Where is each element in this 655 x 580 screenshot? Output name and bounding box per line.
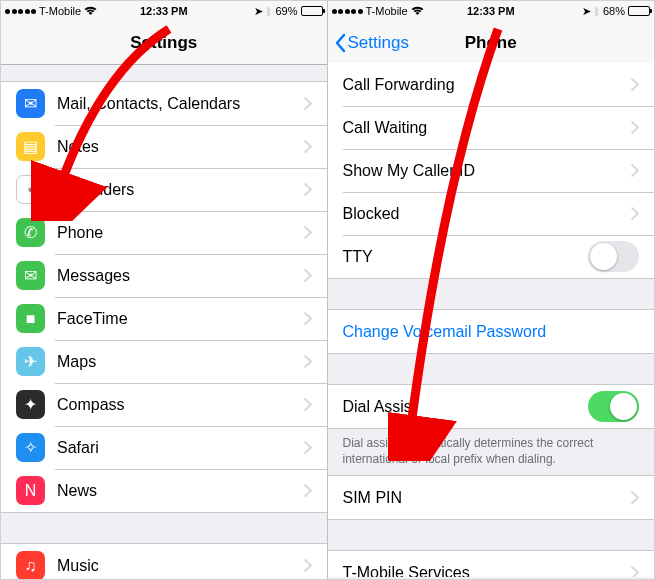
row-label: Show My Caller ID bbox=[343, 162, 632, 180]
row-call-waiting[interactable]: Call Waiting bbox=[328, 106, 655, 149]
chevron-right-icon bbox=[304, 559, 312, 572]
row-label: Notes bbox=[57, 138, 304, 156]
page-title: Settings bbox=[130, 33, 197, 53]
row-label: Reminders bbox=[57, 181, 304, 199]
back-label: Settings bbox=[348, 33, 409, 53]
chevron-left-icon bbox=[334, 33, 346, 53]
settings-screen: T-Mobile 12:33 PM ➤ ᛒ 69% Settings ✉Mail… bbox=[1, 1, 328, 579]
battery-pct: 68% bbox=[603, 5, 625, 17]
row-t-mobile-services[interactable]: T-Mobile Services bbox=[328, 551, 655, 577]
location-icon: ➤ bbox=[254, 5, 263, 18]
chevron-right-icon bbox=[304, 441, 312, 454]
row-change-voicemail-password[interactable]: Change Voicemail Password bbox=[328, 310, 655, 353]
chevron-right-icon bbox=[631, 164, 639, 177]
chevron-right-icon bbox=[304, 140, 312, 153]
row-tty[interactable]: TTY bbox=[328, 235, 655, 278]
clock: 12:33 PM bbox=[140, 5, 188, 17]
row-label: Safari bbox=[57, 439, 304, 457]
phone-settings-screen: T-Mobile 12:33 PM ➤ ᛒ 68% Settings Phone… bbox=[328, 1, 655, 579]
row-sim-pin[interactable]: SIM PIN bbox=[328, 476, 655, 519]
row-dial-assist[interactable]: Dial Assist bbox=[328, 385, 655, 428]
chevron-right-icon bbox=[304, 183, 312, 196]
nav-bar: Settings Phone bbox=[328, 21, 655, 65]
battery-icon bbox=[301, 6, 323, 16]
row-facetime[interactable]: ■FaceTime bbox=[1, 297, 327, 340]
chevron-right-icon bbox=[304, 312, 312, 325]
music-icon: ♫ bbox=[16, 551, 45, 579]
row-notes[interactable]: ▤Notes bbox=[1, 125, 327, 168]
signal-dots-icon bbox=[5, 9, 36, 14]
row-label: Compass bbox=[57, 396, 304, 414]
mail-contacts-calendars-icon: ✉ bbox=[16, 89, 45, 118]
back-button[interactable]: Settings bbox=[334, 33, 409, 53]
row-label: TTY bbox=[343, 248, 589, 266]
row-label: T-Mobile Services bbox=[343, 564, 632, 577]
row-phone[interactable]: ✆Phone bbox=[1, 211, 327, 254]
row-label: Change Voicemail Password bbox=[343, 323, 640, 341]
compass-icon: ✦ bbox=[16, 390, 45, 419]
bluetooth-icon: ᛒ bbox=[594, 6, 600, 17]
chevron-right-icon bbox=[631, 491, 639, 504]
chevron-right-icon bbox=[304, 269, 312, 282]
row-music[interactable]: ♫Music bbox=[1, 544, 327, 579]
row-blocked[interactable]: Blocked bbox=[328, 192, 655, 235]
row-label: Mail, Contacts, Calendars bbox=[57, 95, 304, 113]
row-call-forwarding[interactable]: Call Forwarding bbox=[328, 63, 655, 106]
status-bar: T-Mobile 12:33 PM ➤ ᛒ 69% bbox=[1, 1, 327, 21]
maps-icon: ✈ bbox=[16, 347, 45, 376]
row-safari[interactable]: ✧Safari bbox=[1, 426, 327, 469]
carrier-label: T-Mobile bbox=[366, 5, 408, 17]
row-compass[interactable]: ✦Compass bbox=[1, 383, 327, 426]
battery-pct: 69% bbox=[275, 5, 297, 17]
row-label: Blocked bbox=[343, 205, 632, 223]
row-show-my-caller-id[interactable]: Show My Caller ID bbox=[328, 149, 655, 192]
dial-assist-footer: Dial assist automatically determines the… bbox=[328, 429, 655, 475]
nav-bar: Settings bbox=[1, 21, 327, 65]
chevron-right-icon bbox=[304, 398, 312, 411]
chevron-right-icon bbox=[631, 207, 639, 220]
clock: 12:33 PM bbox=[467, 5, 515, 17]
chevron-right-icon bbox=[304, 226, 312, 239]
row-reminders[interactable]: •Reminders bbox=[1, 168, 327, 211]
chevron-right-icon bbox=[631, 78, 639, 91]
wifi-icon bbox=[411, 6, 424, 16]
messages-icon: ✉ bbox=[16, 261, 45, 290]
news-icon: N bbox=[16, 476, 45, 505]
location-icon: ➤ bbox=[582, 5, 591, 18]
battery-icon bbox=[628, 6, 650, 16]
row-mail-contacts-calendars[interactable]: ✉Mail, Contacts, Calendars bbox=[1, 82, 327, 125]
chevron-right-icon bbox=[304, 97, 312, 110]
chevron-right-icon bbox=[631, 121, 639, 134]
row-label: Call Forwarding bbox=[343, 76, 632, 94]
row-label: Dial Assist bbox=[343, 398, 589, 416]
reminders-icon: • bbox=[16, 175, 45, 204]
wifi-icon bbox=[84, 6, 97, 16]
row-label: Call Waiting bbox=[343, 119, 632, 137]
chevron-right-icon bbox=[304, 484, 312, 497]
signal-dots-icon bbox=[332, 9, 363, 14]
dial-assist-switch[interactable] bbox=[588, 391, 639, 422]
row-maps[interactable]: ✈Maps bbox=[1, 340, 327, 383]
row-label: News bbox=[57, 482, 304, 500]
safari-icon: ✧ bbox=[16, 433, 45, 462]
row-label: Phone bbox=[57, 224, 304, 242]
notes-icon: ▤ bbox=[16, 132, 45, 161]
row-label: Maps bbox=[57, 353, 304, 371]
chevron-right-icon bbox=[631, 566, 639, 577]
phone-icon: ✆ bbox=[16, 218, 45, 247]
carrier-label: T-Mobile bbox=[39, 5, 81, 17]
bluetooth-icon: ᛒ bbox=[266, 6, 272, 17]
tty-switch[interactable] bbox=[588, 241, 639, 272]
status-bar: T-Mobile 12:33 PM ➤ ᛒ 68% bbox=[328, 1, 655, 21]
row-label: Music bbox=[57, 557, 304, 575]
row-news[interactable]: NNews bbox=[1, 469, 327, 512]
row-label: FaceTime bbox=[57, 310, 304, 328]
row-label: Messages bbox=[57, 267, 304, 285]
row-messages[interactable]: ✉Messages bbox=[1, 254, 327, 297]
page-title: Phone bbox=[465, 33, 517, 53]
facetime-icon: ■ bbox=[16, 304, 45, 333]
chevron-right-icon bbox=[304, 355, 312, 368]
row-label: SIM PIN bbox=[343, 489, 632, 507]
